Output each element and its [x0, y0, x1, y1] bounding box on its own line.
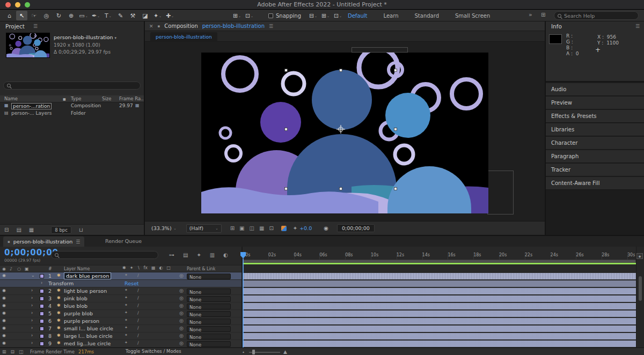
pickwhip-icon[interactable]: ◎ [179, 295, 184, 301]
toggle-switches-pane-icon[interactable]: ⊞ [2, 349, 6, 354]
expand-arrow-icon[interactable]: › [31, 318, 33, 323]
layer-row[interactable]: ◉ › 4 ✱ blue blob ✦ ∕ ◎ None ⌄ [0, 302, 644, 310]
layer-name[interactable]: med lig...lue circle [64, 341, 111, 346]
viewer-subtab[interactable]: person-blob-illustration [150, 32, 217, 42]
eye-column-icon[interactable]: ◉ [2, 267, 6, 271]
eye-icon[interactable]: ◉ [2, 295, 6, 300]
timeline-zoom-thumb[interactable] [252, 350, 255, 354]
magnification-dropdown[interactable]: (33.3%) ⌄ [151, 225, 177, 231]
parent-link-dropdown[interactable]: None ⌄ [187, 289, 231, 294]
layer-duration-bar[interactable] [243, 326, 636, 332]
lock-column-icon[interactable]: ▣ [25, 267, 29, 271]
pickwhip-icon[interactable]: ◎ [179, 341, 184, 346]
expand-arrow-icon[interactable]: › [41, 280, 42, 285]
collapsed-panel[interactable]: Character [546, 137, 644, 150]
pickwhip-icon[interactable]: ◎ [179, 318, 184, 323]
workspace-button[interactable]: Small Screen [455, 13, 490, 19]
type-tool-icon[interactable]: T ⌄ [103, 11, 114, 20]
solo-column-icon[interactable]: ○ [17, 267, 21, 271]
collapsed-panel[interactable]: Tracker [546, 164, 644, 176]
layer-color-swatch[interactable] [40, 334, 44, 338]
layer-switch-icon[interactable]: ✦ [125, 318, 128, 322]
region-of-interest-icon[interactable]: ▣ [239, 225, 244, 231]
layer-row[interactable]: ◉ › 8 ✱ large l... blue circle ✦ ∕ ◎ Non… [0, 332, 644, 340]
draft-3d-icon[interactable]: ▤ [183, 252, 188, 258]
time-ruler[interactable]: 00s 02s 04s 06s 08s 10s 12s 14s 16s 18s … [243, 253, 636, 260]
parent-link-dropdown[interactable]: None ⌄ [187, 319, 231, 324]
threed-column-icon[interactable]: □ [167, 265, 171, 270]
exposure-value[interactable]: +0.0 [299, 225, 312, 231]
layer-color-swatch[interactable] [40, 327, 44, 331]
collapsed-panel[interactable]: Effects & Presets [546, 110, 644, 123]
close-icon[interactable]: ✕ [149, 24, 153, 29]
interpret-footage-icon[interactable]: ⊟ [4, 227, 9, 233]
collapsed-panel[interactable]: Content-Aware Fill [546, 177, 644, 190]
eye-icon[interactable]: ◉ [2, 310, 6, 315]
selected-comp-name[interactable]: person-blob-illustration [54, 34, 113, 40]
layer-color-swatch[interactable] [40, 319, 44, 323]
parent-link-column[interactable]: Parent & Link [187, 267, 215, 271]
eraser-tool-icon[interactable]: ◪ [140, 11, 151, 20]
pickwhip-icon[interactable]: ◎ [179, 288, 184, 293]
layer-switch-icon[interactable]: ✦ [125, 295, 128, 300]
layer-name-edit[interactable]: dark blue person [64, 272, 111, 279]
zoom-out-mountain-icon[interactable]: ▴ [243, 350, 244, 353]
project-item-name[interactable]: person-... Layers [11, 110, 52, 116]
eye-icon[interactable]: ◉ [2, 273, 6, 278]
column-type[interactable]: Type [71, 96, 82, 101]
timeline-search-field[interactable] [51, 251, 158, 259]
clone-stamp-tool-icon[interactable]: ⚒ [127, 11, 138, 20]
layer-row[interactable]: ◉ › 6 ✱ purple person ✦ ∕ ◎ None ⌄ [0, 317, 644, 325]
expand-arrow-icon[interactable]: › [31, 341, 33, 345]
transparency-grid-icon[interactable]: ▦ [259, 225, 264, 231]
hand-tool-icon[interactable]: ☞ [28, 11, 40, 20]
help-search-field[interactable] [554, 11, 639, 20]
layer-color-swatch[interactable] [40, 297, 44, 301]
quality-switch-icon[interactable]: ∕ [137, 310, 139, 315]
dropdown-arrow-icon[interactable]: ▾ [115, 36, 117, 40]
home-tool-icon[interactable]: ⌂ [4, 11, 15, 20]
orbit-camera-tool-icon[interactable]: ↻ [53, 11, 64, 20]
layer-color-swatch[interactable] [40, 289, 44, 293]
pickwhip-icon[interactable]: ◎ [179, 310, 184, 316]
grid-guides-icon[interactable]: ⊞ [230, 225, 235, 231]
column-size[interactable]: Size [102, 96, 111, 101]
eye-icon[interactable]: ◉ [2, 288, 6, 293]
quality-switch-icon[interactable]: ∕ [137, 326, 139, 330]
pickwhip-icon[interactable]: ◎ [179, 273, 184, 278]
frame-blend-column-icon[interactable]: ▦ [151, 265, 156, 270]
layer-name[interactable]: large l... blue circle [64, 333, 113, 339]
help-search-input[interactable] [564, 13, 635, 19]
panel-splitter[interactable] [144, 21, 145, 235]
target-icon[interactable]: ⊡ ⌄ [244, 11, 255, 20]
project-item-row[interactable]: ▦ person-...ration Composition 29.97 ▦ [0, 102, 144, 110]
toggle-transfer-pane-icon[interactable]: ⊟ [11, 349, 15, 354]
layer-switch-icon[interactable]: ✦ [125, 288, 128, 292]
motion-blur-column-icon[interactable]: ◐ [159, 265, 163, 270]
parent-link-dropdown[interactable]: None ⌄ [187, 341, 231, 347]
eye-icon[interactable]: ◉ [2, 318, 6, 323]
collapsed-panel[interactable]: Paragraph [546, 150, 644, 163]
layer-name[interactable]: light blue person [64, 288, 107, 294]
timeline-search-input[interactable] [61, 252, 155, 258]
layer-duration-bar[interactable] [243, 318, 636, 324]
project-item-row[interactable]: ▤ person-... Layers Folder [0, 110, 144, 117]
parent-link-dropdown[interactable]: None ⌄ [187, 334, 231, 339]
pickwhip-icon[interactable]: ◎ [179, 333, 184, 338]
pixel-aspect-icon[interactable]: ⊡ [269, 225, 273, 231]
snapshot-camera-icon[interactable]: ◉ [324, 225, 328, 231]
new-composition-icon[interactable]: ▦ [29, 227, 34, 233]
collapsed-panel[interactable]: Preview [546, 97, 644, 109]
quality-switch-icon[interactable]: ∕ [137, 303, 139, 308]
eye-icon[interactable]: ◉ [2, 303, 6, 308]
puppet-pin-tool-icon[interactable]: ✚ ⌄ [164, 11, 175, 20]
layer-switch-icon[interactable]: ✦ [125, 326, 128, 330]
reset-link[interactable]: Reset [125, 280, 139, 286]
layer-name[interactable]: blue blob [64, 303, 87, 309]
color-depth-button[interactable]: 8 bpc [51, 226, 71, 234]
parent-link-dropdown[interactable]: None ⌄ [187, 326, 231, 332]
layer-switch-icon[interactable]: ✦ [125, 273, 128, 277]
shy-layers-icon[interactable]: ✦ [196, 252, 201, 258]
quality-switch-icon[interactable]: ∕ [137, 273, 139, 278]
workspace-overflow-icon[interactable]: » [529, 11, 532, 18]
